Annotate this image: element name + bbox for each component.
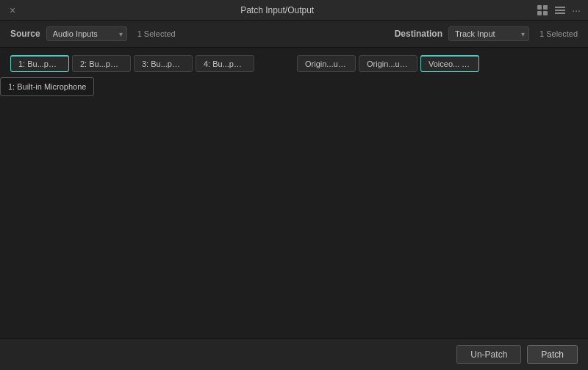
destination-panel: Origin...udio-LOrigin...udio-RVoiceo... …	[287, 48, 588, 338]
svg-rect-4	[555, 7, 565, 8]
header-row: Source Audio Inputs 1 Selected Destinati…	[0, 21, 588, 48]
destination-dropdown[interactable]: Track Input	[448, 26, 529, 41]
svg-rect-2	[537, 11, 542, 15]
source-channel-2[interactable]: 2: Bu...phone	[72, 55, 131, 72]
patch-button[interactable]: Patch	[527, 345, 578, 364]
close-button[interactable]: ×	[7, 5, 18, 15]
titlebar-icons: ···	[537, 4, 581, 16]
source-channel-3[interactable]: 3: Bu...phone	[134, 55, 193, 72]
destination-label: Destination	[395, 29, 442, 39]
svg-rect-5	[555, 10, 565, 11]
destination-channels: Origin...udio-LOrigin...udio-RVoiceo... …	[297, 55, 578, 72]
destination-selected-count: 1 Selected	[539, 29, 578, 38]
dest-channel-3[interactable]: Voiceo... Track	[420, 55, 479, 72]
source-dropdown-wrap: Audio Inputs	[46, 26, 127, 41]
list-view-icon[interactable]	[554, 4, 566, 16]
source-channel-4[interactable]: 4: Bu...phone	[196, 55, 254, 72]
source-selected-count: 1 Selected	[137, 29, 176, 38]
source-channels: 1: Bu...phone2: Bu...phone3: Bu...phone4…	[10, 55, 276, 72]
dest-channel-1[interactable]: Origin...udio-L	[297, 55, 356, 72]
dest-channel-2[interactable]: Origin...udio-R	[359, 55, 417, 72]
svg-rect-6	[555, 12, 565, 14]
window-title: Patch Input/Output	[240, 5, 314, 15]
svg-rect-0	[537, 5, 542, 10]
destination-dropdown-wrap: Track Input	[448, 26, 529, 41]
unpatch-button[interactable]: Un-Patch	[456, 345, 521, 364]
footer: Un-Patch Patch	[0, 338, 588, 370]
more-options-icon[interactable]: ···	[572, 4, 581, 16]
source-tooltip: 1: Built-in Microphone	[0, 77, 94, 96]
main-content: 1: Bu...phone2: Bu...phone3: Bu...phone4…	[0, 48, 588, 338]
titlebar: × Patch Input/Output ···	[0, 0, 588, 21]
source-channel-1[interactable]: 1: Bu...phone	[10, 55, 69, 72]
svg-rect-1	[543, 5, 548, 10]
grid-view-icon[interactable]	[537, 4, 548, 16]
source-label: Source	[10, 29, 40, 39]
source-panel: 1: Bu...phone2: Bu...phone3: Bu...phone4…	[0, 48, 287, 338]
svg-rect-3	[543, 11, 548, 15]
source-dropdown[interactable]: Audio Inputs	[46, 26, 127, 41]
